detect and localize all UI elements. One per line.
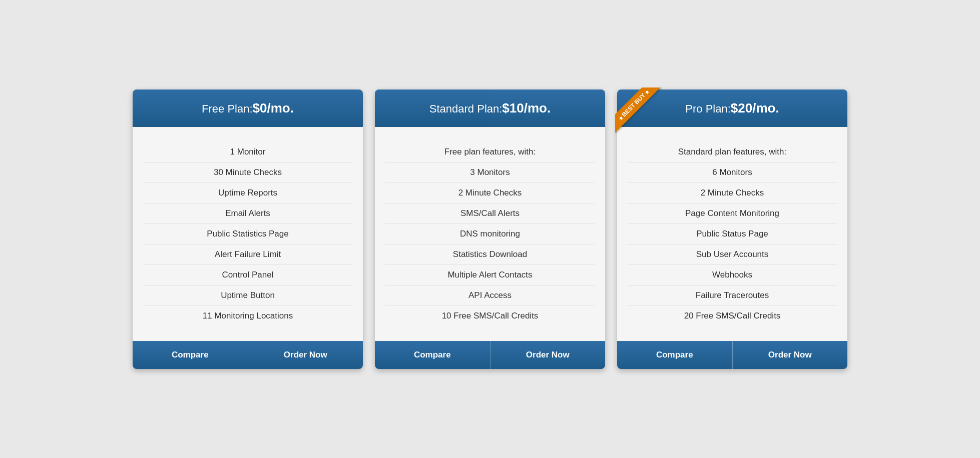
- feature-item: Multiple Alert Contacts: [385, 265, 595, 286]
- best-buy-ribbon-wrapper: BEST BUY: [615, 88, 670, 142]
- plan-header-free: Free Plan: $0/mo.: [133, 90, 363, 127]
- feature-item: SMS/Call Alerts: [385, 204, 595, 224]
- order-button-standard[interactable]: Order Now: [491, 341, 606, 369]
- compare-button-standard[interactable]: Compare: [375, 341, 491, 369]
- plan-label-free: Free Plan:: [202, 102, 253, 116]
- feature-item: 30 Minute Checks: [143, 162, 353, 183]
- feature-item: Webhooks: [627, 265, 837, 286]
- best-buy-ribbon: BEST BUY: [615, 88, 661, 132]
- feature-item: Email Alerts: [143, 204, 353, 224]
- feature-item: Statistics Download: [385, 244, 595, 265]
- compare-button-pro[interactable]: Compare: [617, 341, 733, 369]
- feature-item: Public Statistics Page: [143, 224, 353, 244]
- feature-item: Sub User Accounts: [627, 244, 837, 265]
- plan-card-pro: BEST BUYPro Plan: $20/mo.Standard plan f…: [617, 90, 847, 369]
- feature-item: Control Panel: [143, 265, 353, 286]
- pricing-container: Free Plan: $0/mo.1 Monitor30 Minute Chec…: [117, 70, 863, 389]
- feature-item: 3 Monitors: [385, 162, 595, 183]
- feature-item: 2 Minute Checks: [385, 183, 595, 204]
- order-button-free[interactable]: Order Now: [248, 341, 363, 369]
- plan-card-standard: Standard Plan: $10/mo.Free plan features…: [375, 90, 605, 369]
- feature-item: Free plan features, with:: [385, 142, 595, 162]
- plan-footer-free: CompareOrder Now: [133, 341, 363, 369]
- plan-header-text-free: Free Plan: $0/mo.: [143, 100, 353, 116]
- feature-item: Alert Failure Limit: [143, 244, 353, 265]
- feature-item: Standard plan features, with:: [627, 142, 837, 162]
- feature-item: Uptime Button: [143, 286, 353, 306]
- feature-item: 1 Monitor: [143, 142, 353, 162]
- order-button-pro[interactable]: Order Now: [733, 341, 848, 369]
- feature-item: 11 Monitoring Locations: [143, 306, 353, 326]
- plan-footer-pro: CompareOrder Now: [617, 341, 847, 369]
- plan-features-free: 1 Monitor30 Minute ChecksUptime ReportsE…: [133, 127, 363, 341]
- plan-card-free: Free Plan: $0/mo.1 Monitor30 Minute Chec…: [133, 90, 363, 369]
- plan-label-standard: Standard Plan:: [429, 102, 503, 116]
- feature-item: 2 Minute Checks: [627, 183, 837, 204]
- feature-item: 6 Monitors: [627, 162, 837, 183]
- feature-item: DNS monitoring: [385, 224, 595, 244]
- plan-header-text-standard: Standard Plan: $10/mo.: [385, 100, 595, 116]
- plan-price-standard: $10/mo.: [502, 100, 551, 116]
- plan-price-free: $0/mo.: [253, 100, 294, 116]
- feature-item: 10 Free SMS/Call Credits: [385, 306, 595, 326]
- feature-item: API Access: [385, 286, 595, 306]
- plan-features-standard: Free plan features, with:3 Monitors2 Min…: [375, 127, 605, 341]
- feature-item: Failure Traceroutes: [627, 286, 837, 306]
- plan-header-standard: Standard Plan: $10/mo.: [375, 90, 605, 127]
- plan-price-pro: $20/mo.: [731, 100, 779, 116]
- feature-item: Page Content Monitoring: [627, 204, 837, 224]
- plan-footer-standard: CompareOrder Now: [375, 341, 605, 369]
- feature-item: Public Status Page: [627, 224, 837, 244]
- feature-item: Uptime Reports: [143, 183, 353, 204]
- feature-item: 20 Free SMS/Call Credits: [627, 306, 837, 326]
- plan-label-pro: Pro Plan:: [685, 102, 731, 116]
- compare-button-free[interactable]: Compare: [133, 341, 248, 369]
- plan-features-pro: Standard plan features, with:6 Monitors2…: [617, 127, 847, 341]
